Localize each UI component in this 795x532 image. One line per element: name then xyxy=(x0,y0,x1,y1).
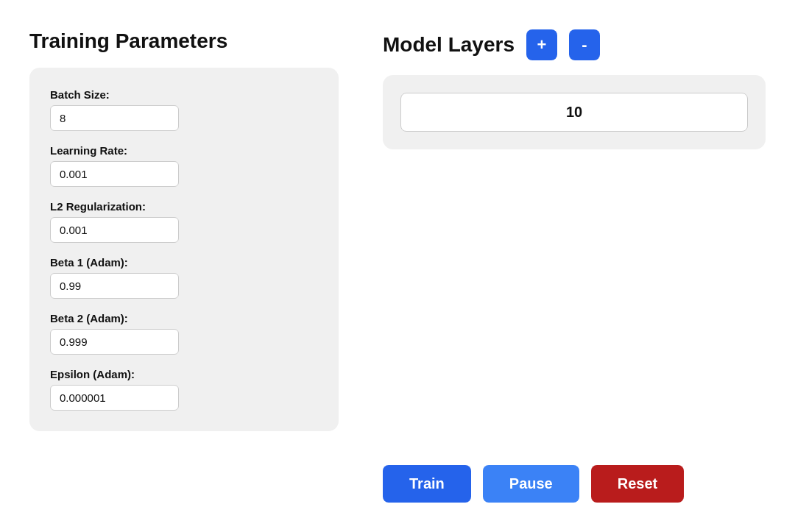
beta1-group: Beta 1 (Adam): xyxy=(50,256,318,299)
model-layers-title: Model Layers xyxy=(383,33,515,57)
beta1-input[interactable] xyxy=(50,273,179,299)
right-panel: Model Layers + - Train Pause Reset xyxy=(383,29,766,503)
left-panel: Training Parameters Batch Size: Learning… xyxy=(29,29,339,503)
remove-layer-button[interactable]: - xyxy=(569,29,600,60)
learning-rate-input[interactable] xyxy=(50,161,179,187)
batch-size-label: Batch Size: xyxy=(50,88,318,101)
epsilon-input[interactable] xyxy=(50,385,179,411)
beta2-label: Beta 2 (Adam): xyxy=(50,312,318,324)
beta2-input[interactable] xyxy=(50,329,179,355)
learning-rate-group: Learning Rate: xyxy=(50,144,318,187)
right-content: Model Layers + - Train Pause Reset xyxy=(383,29,766,503)
beta2-group: Beta 2 (Adam): xyxy=(50,312,318,355)
layers-card xyxy=(383,75,766,149)
learning-rate-label: Learning Rate: xyxy=(50,144,318,157)
epsilon-label: Epsilon (Adam): xyxy=(50,368,318,380)
batch-size-input[interactable] xyxy=(50,105,179,131)
actions-row: Train Pause Reset xyxy=(383,450,766,503)
l2-reg-input[interactable] xyxy=(50,217,179,243)
pause-button[interactable]: Pause xyxy=(483,465,579,503)
model-layers-header: Model Layers + - xyxy=(383,29,766,60)
main-container: Training Parameters Batch Size: Learning… xyxy=(0,0,795,532)
l2-reg-label: L2 Regularization: xyxy=(50,200,318,213)
batch-size-group: Batch Size: xyxy=(50,88,318,131)
reset-button[interactable]: Reset xyxy=(591,465,684,503)
training-params-title: Training Parameters xyxy=(29,29,339,53)
layer-size-input[interactable] xyxy=(400,93,748,132)
beta1-label: Beta 1 (Adam): xyxy=(50,256,318,269)
epsilon-group: Epsilon (Adam): xyxy=(50,368,318,411)
add-layer-button[interactable]: + xyxy=(526,29,557,60)
params-card: Batch Size: Learning Rate: L2 Regulariza… xyxy=(29,68,339,431)
l2-reg-group: L2 Regularization: xyxy=(50,200,318,243)
train-button[interactable]: Train xyxy=(383,465,471,503)
